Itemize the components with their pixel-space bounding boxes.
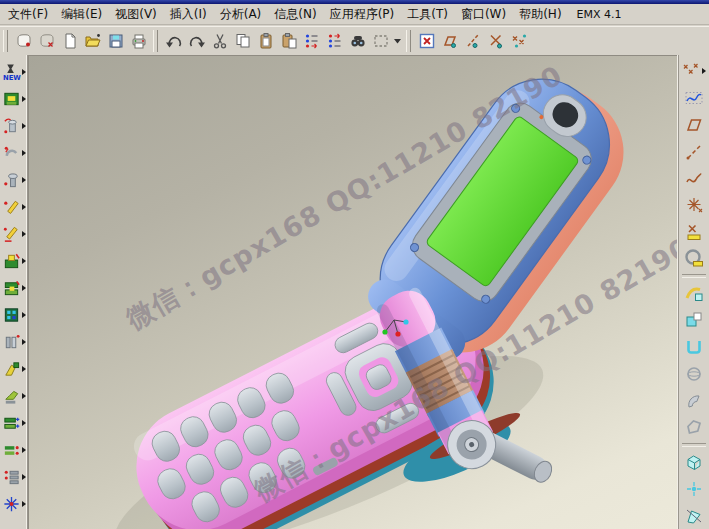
sheet-trim-button[interactable] bbox=[678, 502, 709, 529]
find-icon bbox=[349, 32, 367, 50]
arc-surface-button[interactable] bbox=[678, 387, 709, 414]
emx-cavity-insert-icon bbox=[2, 278, 21, 298]
emx-guide-pin-button[interactable] bbox=[0, 328, 27, 355]
spline-button[interactable] bbox=[678, 85, 709, 112]
open-part-icon bbox=[15, 32, 33, 50]
object-display-button[interactable] bbox=[300, 29, 323, 52]
sphere-button[interactable] bbox=[678, 360, 709, 387]
paste-special-button[interactable] bbox=[277, 29, 300, 52]
emx-stamp-button[interactable] bbox=[0, 301, 27, 328]
snap-intersection-button[interactable] bbox=[484, 29, 507, 52]
plane-icon bbox=[684, 115, 704, 135]
snap-face-button[interactable] bbox=[438, 29, 461, 52]
datum-point-button[interactable] bbox=[678, 475, 709, 502]
emx-guide-pin-icon bbox=[2, 332, 21, 352]
polygon-surface-button[interactable] bbox=[678, 414, 709, 441]
menu-window[interactable]: 窗口(W) bbox=[461, 6, 506, 23]
paste-special-icon bbox=[280, 32, 298, 50]
close-part-button[interactable] bbox=[35, 29, 58, 52]
emx-screw-button[interactable] bbox=[0, 166, 27, 193]
cut-icon bbox=[211, 32, 229, 50]
toolbar-grip[interactable] bbox=[3, 30, 8, 52]
emx-moldbase-button[interactable] bbox=[0, 85, 27, 112]
smart-point-button[interactable] bbox=[678, 219, 709, 246]
sketch-circle-button[interactable] bbox=[678, 245, 709, 272]
emx-cavity-insert-button[interactable] bbox=[0, 274, 27, 301]
emx-slider-icon bbox=[2, 386, 21, 406]
menu-information[interactable]: 信息(N) bbox=[274, 6, 316, 23]
open-folder-button[interactable] bbox=[81, 29, 104, 52]
emx-new-project-icon: NEW bbox=[2, 62, 21, 82]
point-set-icon bbox=[681, 61, 701, 81]
cut-button[interactable] bbox=[208, 29, 231, 52]
selection-dropdown-button[interactable] bbox=[392, 29, 403, 52]
redo-button[interactable] bbox=[185, 29, 208, 52]
close-part-icon bbox=[38, 32, 56, 50]
corner-blend-button[interactable] bbox=[678, 280, 709, 307]
emx-mold-plate-button[interactable] bbox=[0, 409, 27, 436]
copy-button[interactable] bbox=[231, 29, 254, 52]
curve-button[interactable] bbox=[678, 165, 709, 192]
graphics-viewport[interactable]: 微信：gcpx168 QQ:11210 82190 微信：gcpx168 QQ:… bbox=[28, 55, 677, 529]
paste-button[interactable] bbox=[254, 29, 277, 52]
flip-phone-3d-model[interactable] bbox=[29, 56, 677, 529]
emx-pin-layout-button[interactable] bbox=[0, 463, 27, 490]
emx-ejector-pin-button[interactable] bbox=[0, 193, 27, 220]
polygon-surface-icon bbox=[684, 417, 704, 437]
menu-file[interactable]: 文件(F) bbox=[8, 6, 48, 23]
pocket-icon bbox=[684, 337, 704, 357]
emx-new-project-button[interactable]: NEW bbox=[0, 58, 27, 85]
menu-view[interactable]: 视图(V) bbox=[115, 6, 157, 23]
emx-stamp-icon bbox=[2, 305, 21, 325]
emx-cooling-button[interactable] bbox=[0, 490, 27, 517]
point-set-button[interactable] bbox=[678, 58, 709, 85]
face-blend-button[interactable] bbox=[678, 307, 709, 334]
flyout-arrow-icon bbox=[22, 420, 26, 426]
open-part-button[interactable] bbox=[12, 29, 35, 52]
line-button[interactable] bbox=[678, 138, 709, 165]
emx-moldbase-icon bbox=[2, 89, 21, 109]
menu-help[interactable]: 帮助(H) bbox=[519, 6, 561, 23]
sphere-icon bbox=[684, 364, 704, 384]
emx-slider-button[interactable] bbox=[0, 382, 27, 409]
emx-standard-part-button[interactable] bbox=[0, 112, 27, 139]
undo-icon bbox=[165, 32, 183, 50]
emx-ejector-trim-icon bbox=[2, 224, 21, 244]
emx-release-part-button[interactable] bbox=[0, 139, 27, 166]
save-button[interactable] bbox=[104, 29, 127, 52]
flyout-arrow-icon bbox=[22, 285, 26, 291]
emx-ejector-trim-button[interactable] bbox=[0, 220, 27, 247]
menu-edit[interactable]: 编辑(E) bbox=[61, 6, 102, 23]
plane-button[interactable] bbox=[678, 112, 709, 139]
new-file-icon bbox=[61, 32, 79, 50]
new-file-button[interactable] bbox=[58, 29, 81, 52]
main-toolbar bbox=[0, 26, 709, 56]
emx-plate-pins-button[interactable] bbox=[0, 436, 27, 463]
cube-icon bbox=[684, 452, 704, 472]
find-button[interactable] bbox=[346, 29, 369, 52]
line-icon bbox=[684, 142, 704, 162]
menu-tools[interactable]: 工具(T) bbox=[407, 6, 448, 23]
snap-curve-button[interactable] bbox=[461, 29, 484, 52]
point-button[interactable] bbox=[678, 192, 709, 219]
undo-button[interactable] bbox=[162, 29, 185, 52]
object-hide-button[interactable] bbox=[323, 29, 346, 52]
pocket-button[interactable] bbox=[678, 334, 709, 361]
print-button[interactable] bbox=[127, 29, 150, 52]
selection-rectangle-button[interactable] bbox=[369, 29, 392, 52]
cube-button[interactable] bbox=[678, 449, 709, 476]
clear-selection-button[interactable] bbox=[415, 29, 438, 52]
emx-toolbar: NEW bbox=[0, 55, 28, 529]
snap-point-button[interactable] bbox=[507, 29, 530, 52]
menu-analysis[interactable]: 分析(A) bbox=[220, 6, 262, 23]
toolbar-grip[interactable] bbox=[153, 30, 158, 52]
menu-insert[interactable]: 插入(I) bbox=[170, 6, 207, 23]
toolbar-separator bbox=[682, 274, 706, 278]
emx-lifter-button[interactable] bbox=[0, 355, 27, 382]
toolbar-grip[interactable] bbox=[406, 30, 411, 52]
smart-point-icon bbox=[684, 222, 704, 242]
object-hide-icon bbox=[326, 32, 344, 50]
menu-application[interactable]: 应用程序(P) bbox=[330, 6, 395, 23]
arc-surface-icon bbox=[684, 391, 704, 411]
emx-core-insert-button[interactable] bbox=[0, 247, 27, 274]
